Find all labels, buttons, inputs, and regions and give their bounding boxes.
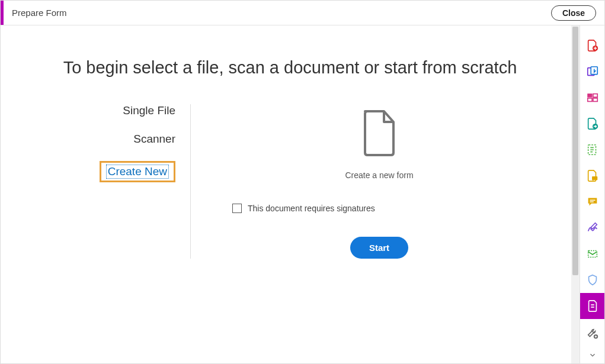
title-wrap: Prepare Form bbox=[1, 1, 67, 25]
scroll-wrap: To begin select a file, scan a document … bbox=[1, 25, 580, 363]
chevron-down-icon[interactable] bbox=[580, 347, 605, 363]
svg-rect-4 bbox=[593, 94, 597, 98]
svg-rect-5 bbox=[587, 98, 591, 102]
create-pdf-icon[interactable] bbox=[580, 33, 605, 59]
signatures-row: This document requires signatures bbox=[232, 204, 544, 213]
create-caption: Create a new form bbox=[215, 170, 544, 180]
page-title: Prepare Form bbox=[12, 8, 67, 18]
prepare-form-icon[interactable] bbox=[580, 293, 605, 319]
body-area: To begin select a file, scan a document … bbox=[1, 25, 580, 363]
comment-pdf-icon[interactable] bbox=[580, 163, 605, 189]
more-tools-icon[interactable] bbox=[580, 321, 605, 347]
option-create-new-label: Create New bbox=[106, 165, 169, 179]
scrollbar-track[interactable] bbox=[571, 25, 580, 363]
organize-pages-icon[interactable] bbox=[580, 85, 605, 111]
close-button[interactable]: Close bbox=[551, 5, 596, 21]
detail-column: Create a new form This document requires… bbox=[190, 104, 544, 259]
columns: Single File Scanner Create New bbox=[36, 104, 544, 259]
right-tool-rail bbox=[580, 25, 604, 363]
send-for-comments-icon[interactable] bbox=[580, 241, 605, 267]
combine-files-icon[interactable] bbox=[580, 59, 605, 85]
option-create-new[interactable]: Create New bbox=[100, 161, 175, 182]
start-button[interactable]: Start bbox=[350, 237, 408, 259]
option-single-file[interactable]: Single File bbox=[36, 104, 175, 117]
scrollbar-thumb[interactable] bbox=[572, 27, 578, 275]
signatures-label: This document requires signatures bbox=[248, 204, 375, 213]
svg-rect-6 bbox=[593, 98, 597, 102]
signatures-checkbox[interactable] bbox=[232, 204, 242, 213]
app-window: Prepare Form Close To begin select a fil… bbox=[0, 0, 605, 364]
svg-rect-3 bbox=[587, 94, 591, 98]
export-pdf-icon[interactable] bbox=[580, 111, 605, 137]
edit-pdf-icon[interactable] bbox=[580, 137, 605, 163]
main-heading: To begin select a file, scan a document … bbox=[24, 58, 556, 78]
header-bar: Prepare Form Close bbox=[1, 1, 604, 25]
protect-icon[interactable] bbox=[580, 267, 605, 293]
accent-bar bbox=[1, 1, 4, 25]
body-inner: To begin select a file, scan a document … bbox=[1, 25, 580, 363]
svg-rect-9 bbox=[592, 176, 597, 180]
options-column: Single File Scanner Create New bbox=[36, 104, 190, 259]
sticky-note-icon[interactable] bbox=[580, 189, 605, 215]
fill-sign-icon[interactable] bbox=[580, 215, 605, 241]
option-scanner[interactable]: Scanner bbox=[36, 133, 175, 146]
new-document-icon bbox=[215, 110, 544, 159]
